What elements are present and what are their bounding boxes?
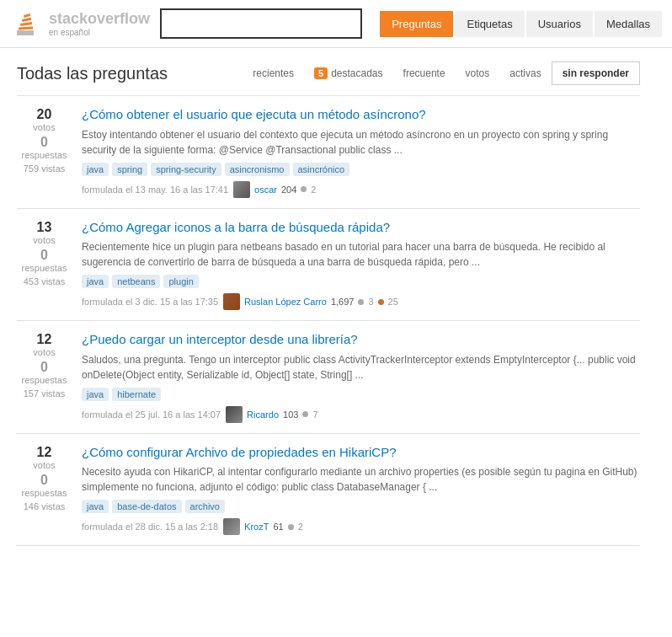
- question-stats: 12 votos 0 respuestas 157 vistas: [17, 331, 72, 423]
- svg-rect-4: [22, 18, 31, 22]
- avatar: [233, 181, 250, 198]
- user-info: Ricardo 103 7: [226, 406, 317, 423]
- silver-badge-icon: [302, 411, 308, 417]
- tag[interactable]: java: [82, 275, 109, 288]
- bronze-badge-count: 25: [388, 297, 398, 307]
- question-body: ¿Cómo Agregar iconos a la barra de búsqu…: [82, 219, 640, 311]
- tag[interactable]: spring: [112, 163, 147, 176]
- tag[interactable]: java: [82, 388, 109, 401]
- main-column: Todas las preguntas recientes 5 destacad…: [17, 62, 640, 546]
- silver-badge-icon: [288, 524, 294, 530]
- view-count: 157 vistas: [24, 388, 66, 399]
- question-excerpt: Necesito ayuda con HikariCP, al intentar…: [82, 464, 640, 495]
- header: stackoverflow en español Preguntas Etiqu…: [0, 0, 672, 48]
- svg-rect-0: [17, 30, 34, 33]
- tag[interactable]: plugin: [163, 275, 198, 288]
- silver-badge-icon: [301, 186, 307, 192]
- question-title[interactable]: ¿Cómo configurar Archivo de propiedades …: [82, 444, 640, 461]
- svg-rect-3: [20, 22, 32, 26]
- vote-label: votos: [33, 460, 55, 470]
- answers-block: 0 respuestas: [22, 472, 67, 498]
- user-info: oscar 204 2: [233, 181, 316, 198]
- tag[interactable]: archivo: [185, 500, 225, 513]
- nav-medallas[interactable]: Medallas: [595, 11, 662, 37]
- question-body: ¿Puedo cargar un interceptor desde una l…: [82, 331, 640, 423]
- question-stats: 13 votos 0 respuestas 453 vistas: [17, 219, 72, 311]
- answer-count: 0: [22, 134, 67, 150]
- table-row: 13 votos 0 respuestas 453 vistas ¿Cómo A…: [17, 209, 640, 322]
- user-rep: 204: [281, 185, 296, 195]
- tag[interactable]: netbeans: [112, 275, 160, 288]
- filter-destacadas-label: destacadas: [331, 67, 382, 79]
- user-name[interactable]: Ruslan López Carro: [244, 297, 327, 307]
- answer-count: 0: [22, 247, 67, 263]
- vote-count: 13: [33, 219, 55, 235]
- votes-block: 20 votos: [33, 106, 55, 132]
- nav-usuarios[interactable]: Usuarios: [526, 11, 593, 37]
- answers-block: 0 respuestas: [22, 359, 67, 385]
- meta-date: formulada el 25 jul. 16 a las 14:07: [82, 410, 221, 420]
- bronze-badge-icon: [378, 299, 384, 305]
- vote-count: 12: [33, 331, 55, 347]
- filter-sin-responder[interactable]: sin responder: [552, 62, 640, 85]
- answers-block: 0 respuestas: [22, 134, 67, 160]
- filter-activas[interactable]: activas: [499, 62, 551, 84]
- user-name[interactable]: oscar: [254, 185, 277, 195]
- answers-block: 0 respuestas: [22, 247, 67, 273]
- question-excerpt: Estoy intentando obtener el usuario del …: [82, 127, 640, 158]
- user-rep: 103: [283, 410, 298, 420]
- question-title[interactable]: ¿Puedo cargar un interceptor desde una l…: [82, 331, 640, 348]
- meta-date: formulada el 13 may. 16 a las 17:41: [82, 185, 228, 195]
- table-row: 12 votos 0 respuestas 146 vistas ¿Cómo c…: [17, 434, 640, 547]
- vote-count: 20: [33, 106, 55, 122]
- main-content: Todas las preguntas recientes 5 destacad…: [0, 48, 657, 559]
- view-count: 759 vistas: [24, 163, 66, 174]
- table-row: 20 votos 0 respuestas 759 vistas ¿Cómo o…: [17, 96, 640, 209]
- question-body: ¿Cómo configurar Archivo de propiedades …: [82, 444, 640, 536]
- filter-recientes[interactable]: recientes: [243, 62, 304, 84]
- nav-preguntas[interactable]: Preguntas: [380, 11, 453, 37]
- logo-area: stackoverflow en español: [10, 7, 150, 40]
- tag[interactable]: java: [82, 163, 109, 176]
- silver-badge-icon: [358, 299, 364, 305]
- votes-block: 12 votos: [33, 444, 55, 470]
- view-count: 146 vistas: [24, 501, 66, 511]
- question-stats: 20 votos 0 respuestas 759 vistas: [17, 106, 72, 198]
- answer-label: respuestas: [22, 488, 67, 498]
- logo-brand: stackoverflow: [49, 10, 150, 28]
- meta-date: formulada el 3 dic. 15 a las 17:35: [82, 297, 218, 307]
- silver-badge-count: 2: [311, 185, 316, 195]
- vote-label: votos: [33, 122, 55, 132]
- question-title[interactable]: ¿Cómo Agregar iconos a la barra de búsqu…: [82, 219, 640, 236]
- tag[interactable]: base-de-datos: [112, 500, 181, 513]
- user-rep: 61: [273, 522, 283, 532]
- silver-badge-count: 2: [298, 522, 303, 532]
- user-name[interactable]: Ricardo: [247, 410, 279, 420]
- filter-destacadas[interactable]: 5 destacadas: [304, 62, 393, 84]
- vote-label: votos: [33, 235, 55, 245]
- destacadas-badge: 5: [314, 67, 328, 79]
- tag[interactable]: asincronismo: [225, 163, 290, 176]
- answer-count: 0: [22, 472, 67, 488]
- logo-text: stackoverflow en español: [49, 10, 150, 37]
- logo-icon: [10, 7, 44, 40]
- question-meta: formulada el 3 dic. 15 a las 17:35 Rusla…: [82, 293, 640, 310]
- answer-count: 0: [22, 359, 67, 375]
- tag[interactable]: spring-security: [151, 163, 221, 176]
- nav-etiquetas[interactable]: Etiquetas: [455, 11, 524, 37]
- avatar: [226, 406, 243, 423]
- tag[interactable]: asincrónico: [293, 163, 350, 176]
- filter-votos[interactable]: votos: [456, 62, 500, 84]
- user-name[interactable]: KrozT: [244, 522, 269, 532]
- avatar: [223, 518, 240, 535]
- tag[interactable]: hibernate: [112, 388, 161, 401]
- vote-count: 12: [33, 444, 55, 460]
- question-title[interactable]: ¿Cómo obtener el usuario que ejecuta un …: [82, 106, 640, 123]
- vote-label: votos: [33, 347, 55, 357]
- search-box[interactable]: [160, 8, 362, 39]
- page-header: Todas las preguntas recientes 5 destacad…: [17, 62, 640, 85]
- votes-block: 13 votos: [33, 219, 55, 245]
- tag[interactable]: java: [82, 500, 109, 513]
- filter-frecuente[interactable]: frecuente: [393, 62, 456, 84]
- user-info: KrozT 61 2: [223, 518, 303, 535]
